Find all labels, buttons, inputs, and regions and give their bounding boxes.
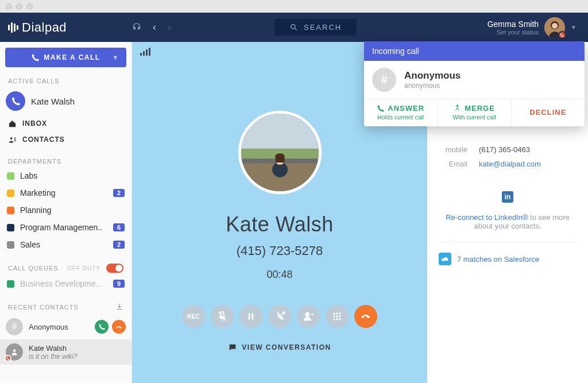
phone-icon [31, 53, 39, 61]
svg-point-25 [339, 315, 341, 317]
info-row-email: Email kate@dialpad.com [439, 160, 577, 168]
incoming-merge-button[interactable]: MERGE With current call [438, 99, 511, 126]
caller-avatar [238, 111, 322, 194]
dept-color-icon [7, 189, 14, 197]
mobile-value[interactable]: (617) 365-0463 [479, 145, 530, 154]
linkedin-line: Re-connect to LinkedIn® to see more abou… [439, 213, 577, 230]
svg-rect-17 [249, 313, 250, 320]
dept-item[interactable]: Planning [0, 202, 131, 219]
headset-icon[interactable] [132, 22, 141, 33]
signal-icon [140, 48, 150, 56]
count-badge: 2 [113, 189, 125, 197]
svg-point-9 [13, 349, 16, 352]
nav-inbox[interactable]: INBOX [0, 115, 131, 131]
count-badge: 2 [113, 241, 125, 249]
email-value[interactable]: kate@dialpad.com [479, 160, 541, 168]
dept-color-icon [7, 224, 14, 231]
view-conversation-button[interactable]: VIEW CONVERSATION [228, 343, 331, 352]
search-placeholder: SEARCH [304, 23, 342, 32]
recent-contact-item[interactable]: # Anonymous [0, 314, 131, 339]
hangup-button[interactable] [112, 320, 126, 334]
make-call-label: MAKE A CALL [44, 53, 100, 61]
download-icon[interactable] [115, 303, 123, 312]
svg-rect-18 [252, 313, 254, 320]
recent-contact-item[interactable]: Kate Walsh is it on the wiki? [0, 339, 131, 365]
app-header: Dialpad ‹ › SEARCH Gemma Smith Set your … [0, 13, 588, 42]
salesforce-line[interactable]: 7 matches on Salesforce [439, 242, 577, 265]
mute-button[interactable] [211, 305, 234, 328]
off-duty-toggle[interactable] [106, 264, 123, 273]
dept-color-icon [7, 172, 14, 180]
hold-button[interactable] [239, 305, 262, 328]
nav-contacts[interactable]: CONTACTS [0, 131, 131, 148]
active-call-item[interactable]: Kate Walsh [0, 87, 131, 115]
svg-point-0 [291, 25, 296, 29]
user-menu[interactable]: Gemma Smith Set your status ▼ [488, 17, 588, 38]
dept-item[interactable]: Labs [0, 167, 131, 184]
nav-forward-icon[interactable]: › [168, 21, 171, 33]
svg-point-22 [339, 312, 341, 314]
contact-avatar [6, 343, 23, 361]
answer-button[interactable] [95, 320, 109, 334]
user-status: Set your status [488, 29, 539, 36]
salesforce-icon [439, 253, 451, 265]
hangup-button[interactable] [354, 305, 377, 328]
chat-icon [228, 343, 237, 352]
queue-item[interactable]: Business Developme... 9 [0, 275, 131, 292]
incoming-title: Incoming call [364, 41, 585, 61]
window-titlebar [0, 0, 588, 13]
incoming-decline-button[interactable]: DECLINE [512, 99, 585, 126]
home-icon [8, 119, 17, 128]
sidebar: MAKE A CALL ▼ ACTIVE CALLS Kate Walsh IN… [0, 42, 132, 383]
nav-back-icon[interactable]: ‹ [153, 21, 156, 33]
call-duration: 00:48 [266, 269, 292, 281]
dept-item[interactable]: Sales 2 [0, 236, 131, 253]
info-row-mobile: mobile (617) 365-0463 [439, 145, 577, 154]
window-max-dot[interactable] [26, 3, 33, 10]
active-call-name: Kate Walsh [31, 96, 75, 106]
section-recent-contacts: RECENT CONTACTS [0, 298, 131, 314]
linkedin-link[interactable]: Re-connect to LinkedIn® [446, 213, 528, 222]
search-input[interactable]: SEARCH [274, 19, 357, 36]
svg-point-5 [10, 137, 13, 140]
incoming-avatar: # [372, 68, 396, 92]
chevron-down-icon: ▼ [571, 24, 577, 30]
incoming-sub: anonymous [404, 82, 461, 90]
dept-color-icon [7, 241, 14, 249]
dept-item[interactable]: Program Managemen.. 6 [0, 219, 131, 236]
section-call-queues: CALL QUEUES OFF DUTY [0, 259, 131, 275]
svg-point-19 [305, 312, 310, 316]
add-person-button[interactable] [297, 305, 320, 328]
caller-name: Kate Walsh [226, 212, 334, 237]
make-call-button[interactable]: MAKE A CALL ▼ [5, 48, 126, 67]
window-close-dot[interactable] [6, 3, 12, 10]
section-departments: DEPARTMENTS [0, 153, 131, 167]
count-badge: 6 [113, 223, 125, 231]
status-on-call-icon [5, 355, 11, 362]
svg-point-28 [339, 318, 341, 320]
dept-item[interactable]: Marketing 2 [0, 184, 131, 202]
caller-phone: (415) 723-5278 [237, 243, 323, 258]
svg-point-21 [336, 312, 338, 314]
logo-bars-icon [8, 22, 18, 33]
brand-logo[interactable]: Dialpad [0, 20, 132, 35]
dept-color-icon [7, 280, 14, 288]
phone-icon [6, 91, 25, 111]
svg-point-31 [446, 258, 448, 261]
brand-name: Dialpad [22, 20, 67, 35]
svg-line-1 [295, 28, 296, 30]
call-controls: REC [182, 305, 377, 328]
chevron-down-icon[interactable]: ▼ [113, 54, 119, 61]
window-min-dot[interactable] [16, 3, 22, 10]
contact-avatar: # [6, 318, 23, 335]
user-name: Gemma Smith [488, 20, 539, 29]
search-icon [289, 23, 298, 32]
status-on-call-icon [558, 31, 566, 39]
count-badge: 9 [113, 280, 125, 288]
keypad-button[interactable] [326, 305, 349, 328]
record-button[interactable]: REC [182, 305, 205, 328]
phone-icon [377, 105, 384, 112]
transfer-button[interactable] [268, 305, 291, 328]
svg-point-26 [333, 318, 335, 320]
incoming-answer-button[interactable]: ANSWER Holds current call [364, 99, 438, 126]
